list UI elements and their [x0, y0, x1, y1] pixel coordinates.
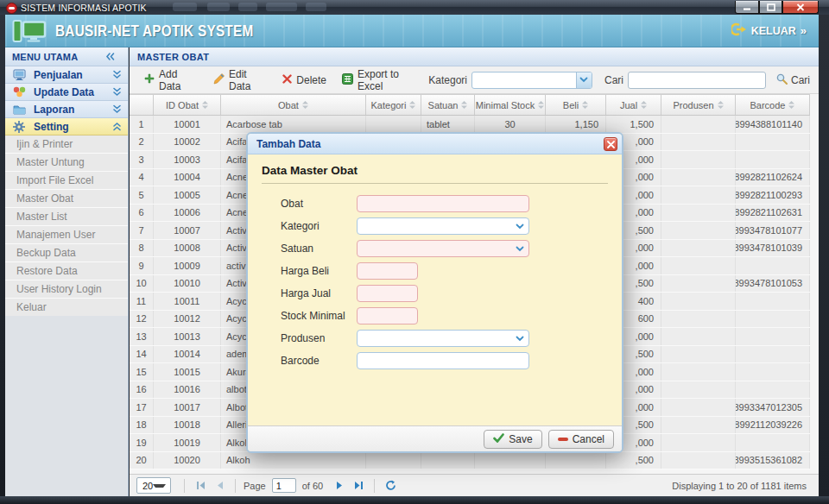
cell — [421, 452, 475, 469]
field-label: Produsen — [281, 332, 357, 344]
column-header-rownum[interactable] — [130, 95, 154, 115]
chevron-up-icon — [112, 122, 122, 131]
cell — [475, 452, 546, 469]
search-button[interactable]: Cari — [776, 73, 810, 87]
sidebar-section-penjualan[interactable]: Penjualan — [5, 66, 128, 84]
logout-label: KELUAR — [751, 25, 796, 37]
chevron-down-icon — [153, 484, 166, 488]
cell: 10004 — [154, 169, 221, 186]
column-header-obat[interactable]: Obat — [221, 95, 366, 115]
column-header-jual[interactable]: Jual — [606, 95, 661, 115]
logout-button[interactable]: KELUAR » — [731, 22, 807, 40]
sidebar-section-laporan[interactable]: Laporan — [5, 101, 128, 118]
stock-minimal-input[interactable] — [357, 307, 418, 324]
sidebar-item-manajemen-user[interactable]: Manajemen User — [5, 226, 128, 243]
cell: 8992821102631 — [736, 205, 810, 222]
column-header-barcode[interactable]: Barcode — [736, 95, 810, 115]
dialog-close-button[interactable] — [604, 137, 617, 151]
column-header-minimal-stock[interactable]: Minimal Stock — [475, 95, 546, 115]
form-heading: Data Master Obat — [262, 164, 608, 184]
add-data-button[interactable]: Add Data — [136, 70, 206, 91]
cell: 10006 — [154, 205, 221, 222]
produsen-select[interactable] — [357, 330, 529, 347]
form-row-harga-beli: Harga Beli — [248, 260, 622, 282]
export-excel-button[interactable]: Export to Excel — [334, 70, 428, 91]
form-row-harga-jual: Harga Jual — [248, 282, 622, 305]
minimize-button[interactable] — [735, 1, 759, 14]
search-input[interactable] — [628, 72, 766, 89]
satuan-select[interactable] — [357, 240, 529, 257]
save-label: Save — [509, 433, 532, 445]
close-button[interactable] — [782, 1, 819, 14]
table-row[interactable]: 110001Acarbose tabtablet301,1501,5008994… — [130, 116, 810, 134]
cell: 1,500 — [606, 116, 661, 133]
table-row[interactable]: 2010020Alkoh,5008993515361082 — [130, 452, 810, 470]
sidebar-item-beckup-data[interactable]: Beckup Data — [5, 244, 128, 261]
sidebar-item-master-untung[interactable]: Master Untung — [5, 154, 128, 171]
cell: 8994388101140 — [736, 116, 810, 133]
cell — [661, 381, 736, 399]
spheres-icon — [12, 86, 26, 98]
window-titlebar[interactable]: SISTEM INFORMASI APOTIK — [0, 0, 829, 15]
last-page-button[interactable] — [349, 477, 368, 495]
search-button-label: Cari — [791, 74, 810, 86]
sidebar-item-restore-data[interactable]: Restore Data — [5, 262, 128, 280]
sidebar-item-user-history-login[interactable]: User History Login — [5, 280, 128, 298]
cell: 19 — [130, 434, 154, 451]
kategori-select[interactable] — [471, 72, 592, 89]
sidebar-item-keluar[interactable]: Keluar — [5, 299, 128, 316]
sidebar-section-label: Penjualan — [34, 69, 83, 81]
search-icon — [776, 73, 788, 87]
delete-x-icon — [282, 74, 292, 86]
refresh-icon[interactable] — [381, 477, 400, 495]
sort-icon — [718, 100, 724, 110]
sidebar-item-ijin-printer[interactable]: Ijin & Printer — [5, 135, 128, 153]
first-page-button[interactable] — [191, 477, 210, 495]
sidebar-section-label: Update Data — [34, 86, 94, 98]
cell: 8993478101039 — [736, 240, 810, 257]
column-header-kategori[interactable]: Kategori — [366, 95, 421, 115]
cell: 2 — [130, 134, 154, 151]
prev-page-button[interactable] — [210, 477, 229, 495]
cancel-button[interactable]: Cancel — [548, 430, 614, 449]
save-button[interactable]: Save — [484, 430, 541, 449]
maximize-button[interactable] — [759, 1, 782, 14]
page-number-input[interactable] — [272, 478, 296, 493]
harga-jual-input[interactable] — [357, 285, 418, 302]
chevron-down-icon[interactable] — [576, 72, 592, 88]
sidebar-item-master-list[interactable]: Master List — [5, 208, 128, 225]
sidebar-section-setting[interactable]: Setting — [5, 118, 128, 135]
cell — [661, 116, 736, 133]
sidebar-section-update-data[interactable]: Update Data — [5, 84, 128, 101]
next-page-button[interactable] — [330, 477, 349, 495]
column-header-label: Barcode — [750, 100, 786, 110]
cell — [546, 452, 606, 469]
delete-button[interactable]: Delete — [275, 70, 334, 91]
obat-input[interactable] — [357, 195, 529, 212]
sidebar-header: MENU UTAMA — [5, 47, 128, 66]
column-header-satuan[interactable]: Satuan — [421, 95, 475, 115]
harga-beli-input[interactable] — [357, 262, 418, 280]
plus-icon — [144, 73, 155, 86]
barcode-input[interactable] — [357, 352, 529, 369]
export-excel-label: Export to Excel — [358, 68, 421, 92]
column-header-beli[interactable]: Beli — [546, 95, 606, 115]
sidebar-item-import-file-excel[interactable]: Import File Excel — [5, 172, 128, 189]
sidebar-title: MENU UTAMA — [12, 52, 78, 62]
cell: 1 — [130, 116, 154, 133]
form-row-satuan: Satuan — [248, 237, 622, 260]
kategori-select[interactable] — [357, 217, 529, 235]
app-logo-icon — [12, 19, 47, 43]
cell — [661, 399, 736, 416]
page-size-select[interactable]: 20 — [136, 477, 171, 494]
cell: 10017 — [154, 399, 221, 416]
column-header-id-obat[interactable]: ID Obat — [154, 95, 221, 115]
sidebar-item-master-obat[interactable]: Master Obat — [5, 190, 128, 207]
column-header-produsen[interactable]: Produsen — [661, 95, 736, 115]
sort-icon — [461, 100, 467, 110]
cell — [661, 346, 736, 363]
edit-data-button[interactable]: Edit Data — [206, 70, 275, 91]
collapse-sidebar-icon[interactable] — [105, 52, 115, 61]
dialog-titlebar[interactable]: Tambah Data — [248, 134, 622, 154]
cell — [661, 169, 736, 186]
